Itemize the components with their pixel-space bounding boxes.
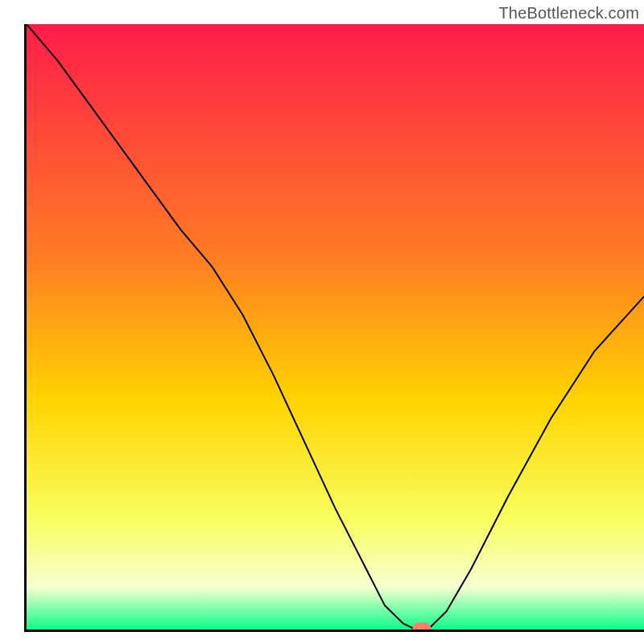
chart-svg xyxy=(27,24,644,630)
watermark-text: TheBottleneck.com xyxy=(498,4,639,23)
chart-plot-area xyxy=(24,24,644,632)
optimal-marker xyxy=(413,623,431,630)
gradient-background xyxy=(27,24,644,630)
